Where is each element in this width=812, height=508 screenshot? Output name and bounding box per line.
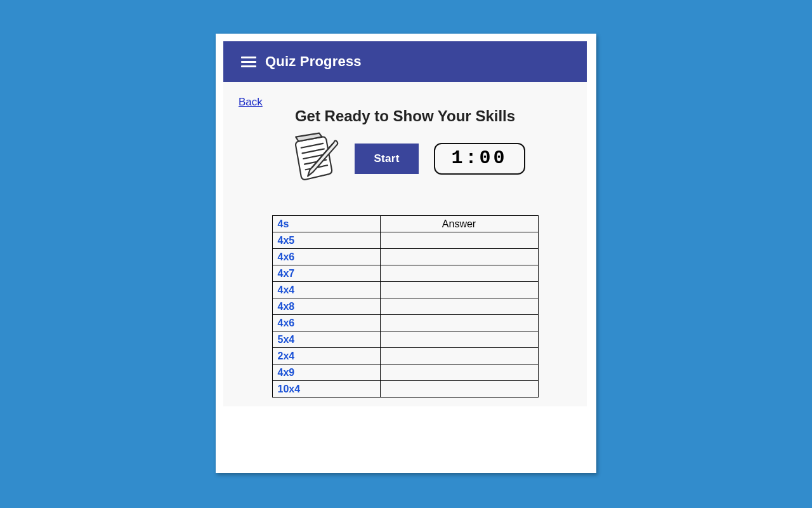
question-cell: 4x9	[272, 364, 380, 381]
question-cell: 4x8	[272, 298, 380, 315]
answer-cell[interactable]	[380, 265, 538, 282]
table-row: 4x6	[272, 249, 538, 265]
table-row: 4x8	[272, 298, 538, 315]
table-row: 4x9	[272, 364, 538, 381]
start-button[interactable]: Start	[355, 144, 418, 174]
hamburger-icon[interactable]	[241, 54, 256, 69]
table-row: 4x7	[272, 265, 538, 282]
question-cell: 5x4	[272, 331, 380, 348]
question-cell: 4x6	[272, 315, 380, 331]
question-cell: 4x7	[272, 265, 380, 282]
question-cell: 4x6	[272, 249, 380, 265]
notepad-pencil-icon	[285, 131, 339, 186]
quiz-table: 4s Answer 4x54x64x74x44x84x65x42x44x910x…	[272, 215, 539, 398]
answer-cell[interactable]	[380, 331, 538, 348]
question-cell: 4x4	[272, 282, 380, 298]
answer-cell[interactable]	[380, 381, 538, 398]
answer-cell[interactable]	[380, 282, 538, 298]
app-window: Quiz Progress Back Get Ready to Show You…	[216, 34, 596, 473]
table-row: 4x5	[272, 232, 538, 249]
table-header-row: 4s Answer	[272, 216, 538, 232]
answer-cell[interactable]	[380, 232, 538, 249]
table-row: 4x6	[272, 315, 538, 331]
answer-cell[interactable]	[380, 348, 538, 364]
table-row: 5x4	[272, 331, 538, 348]
answer-cell[interactable]	[380, 249, 538, 265]
table-row: 4x4	[272, 282, 538, 298]
answer-cell[interactable]	[380, 298, 538, 315]
controls-row: Start 1:00	[223, 131, 587, 186]
table-row: 10x4	[272, 381, 538, 398]
answer-header: Answer	[380, 216, 538, 232]
table-row: 2x4	[272, 348, 538, 364]
answer-cell[interactable]	[380, 315, 538, 331]
question-header: 4s	[272, 216, 380, 232]
question-cell: 2x4	[272, 348, 380, 364]
appbar-title: Quiz Progress	[265, 53, 362, 70]
page-heading: Get Ready to Show Your Skills	[223, 107, 587, 125]
appbar: Quiz Progress	[223, 41, 587, 82]
content-area: Quiz Progress Back Get Ready to Show You…	[223, 41, 587, 406]
question-cell: 4x5	[272, 232, 380, 249]
question-cell: 10x4	[272, 381, 380, 398]
back-link[interactable]: Back	[239, 96, 263, 109]
timer-display: 1:00	[434, 143, 525, 175]
answer-cell[interactable]	[380, 364, 538, 381]
